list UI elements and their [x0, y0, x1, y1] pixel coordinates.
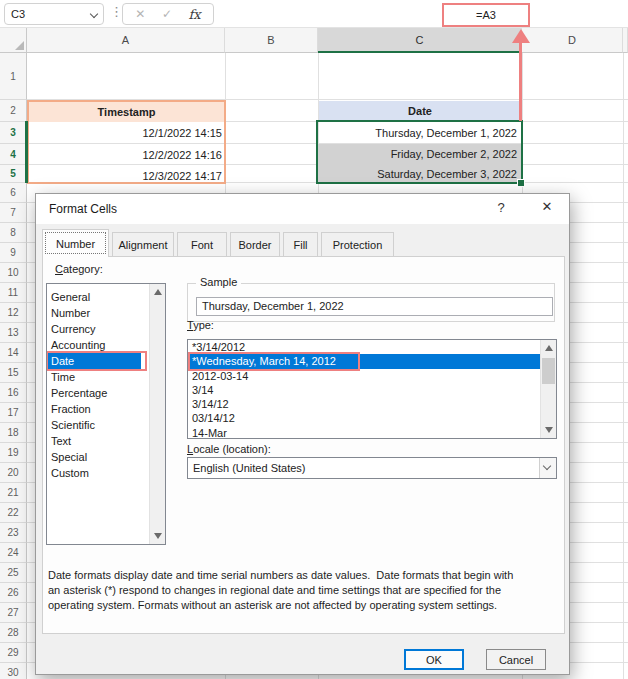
- format-cells-dialog: Format Cells ? ✕ NumberAlignmentFontBord…: [35, 193, 570, 675]
- tab-border[interactable]: Border: [230, 232, 280, 257]
- type-item[interactable]: 14-Mar: [188, 426, 556, 439]
- row-header-17[interactable]: 17: [0, 403, 27, 423]
- row-header-1[interactable]: 1: [0, 53, 27, 100]
- row-header-11[interactable]: 11: [0, 283, 27, 303]
- type-item[interactable]: 3/14: [188, 383, 556, 397]
- row-header-27[interactable]: 27: [0, 603, 27, 623]
- scroll-down-icon[interactable]: [154, 533, 162, 539]
- row-header-13[interactable]: 13: [0, 323, 27, 343]
- formula-input[interactable]: [218, 0, 628, 27]
- row-header-9[interactable]: 9: [0, 243, 27, 263]
- row-header-4[interactable]: 4: [0, 144, 27, 165]
- annotation-arrow-head-icon: [512, 29, 530, 43]
- dialog-titlebar[interactable]: Format Cells ? ✕: [36, 194, 569, 224]
- category-item-custom[interactable]: Custom: [47, 465, 165, 481]
- row-header-28[interactable]: 28: [0, 623, 27, 643]
- row-header-16[interactable]: 16: [0, 383, 27, 403]
- scroll-up-icon[interactable]: [154, 289, 162, 295]
- chevron-down-icon[interactable]: [90, 10, 98, 18]
- select-all-triangle-icon: [15, 41, 24, 50]
- column-header-d[interactable]: D: [522, 28, 623, 53]
- fill-handle[interactable]: [517, 179, 525, 187]
- row-header-18[interactable]: 18: [0, 423, 27, 443]
- category-item-special[interactable]: Special: [47, 449, 165, 465]
- formula-buttons: ✕ ✓ fx: [122, 3, 214, 25]
- tab-protection[interactable]: Protection: [321, 232, 394, 257]
- row-header-10[interactable]: 10: [0, 263, 27, 283]
- category-item-fraction[interactable]: Fraction: [47, 401, 165, 417]
- row-header-12[interactable]: 12: [0, 303, 27, 323]
- category-scrollbar[interactable]: [149, 284, 165, 544]
- tab-fill[interactable]: Fill: [283, 232, 318, 257]
- row-header-24[interactable]: 24: [0, 543, 27, 563]
- row-header-20[interactable]: 20: [0, 463, 27, 483]
- row-header-5[interactable]: 5: [0, 165, 27, 183]
- category-item-scientific[interactable]: Scientific: [47, 417, 165, 433]
- sample-label: Sample: [196, 276, 241, 288]
- type-item[interactable]: 3/14/12: [188, 397, 556, 411]
- row-header-22[interactable]: 22: [0, 503, 27, 523]
- type-scrollbar[interactable]: [540, 340, 556, 438]
- row-selection-indicator: [25, 121, 28, 183]
- row-header-26[interactable]: 26: [0, 583, 27, 603]
- column-header-b[interactable]: B: [225, 28, 318, 53]
- category-item-time[interactable]: Time: [47, 369, 165, 385]
- scroll-down-icon[interactable]: [545, 427, 553, 433]
- cell-c2[interactable]: Date: [319, 101, 521, 121]
- tab-number[interactable]: Number: [42, 229, 109, 257]
- row-header-3[interactable]: 3: [0, 122, 27, 144]
- type-list[interactable]: *3/14/2012*Wednesday, March 14, 20122012…: [187, 339, 557, 439]
- scrollbar-thumb[interactable]: [542, 358, 555, 384]
- select-all-corner[interactable]: [0, 28, 27, 53]
- row-header-14[interactable]: 14: [0, 343, 27, 363]
- row-header-15[interactable]: 15: [0, 363, 27, 383]
- ok-button[interactable]: OK: [404, 649, 464, 670]
- row-header-30[interactable]: 30: [0, 663, 27, 679]
- row-header-2[interactable]: 2: [0, 100, 27, 122]
- description-line: operating system. Formats without an ast…: [48, 598, 556, 613]
- locale-value: English (United States): [193, 462, 306, 474]
- row-header-7[interactable]: 7: [0, 203, 27, 223]
- column-header-partial[interactable]: [623, 28, 628, 53]
- cancel-button[interactable]: Cancel: [486, 649, 546, 670]
- category-item-general[interactable]: General: [47, 289, 165, 305]
- tab-font[interactable]: Font: [177, 232, 227, 257]
- row-header-29[interactable]: 29: [0, 643, 27, 663]
- fx-icon[interactable]: fx: [189, 7, 201, 22]
- description-line: Date formats display date and time seria…: [48, 568, 556, 583]
- sample-value: Thursday, December 1, 2022: [196, 297, 553, 316]
- name-box[interactable]: C3: [4, 3, 104, 25]
- scroll-up-icon[interactable]: [545, 345, 553, 351]
- sample-group: Sample Thursday, December 1, 2022: [187, 283, 555, 322]
- row-header-23[interactable]: 23: [0, 523, 27, 543]
- locale-dropdown-button[interactable]: [539, 458, 556, 478]
- name-box-value: C3: [11, 8, 25, 20]
- locale-label: Locale (location):: [187, 443, 271, 455]
- close-icon[interactable]: ✕: [534, 199, 560, 219]
- format-description: Date formats display date and time seria…: [48, 568, 556, 613]
- column-header-a[interactable]: A: [27, 28, 225, 53]
- formula-bar: C3 ⋮ ✕ ✓ fx =A3: [0, 0, 628, 28]
- row-header-19[interactable]: 19: [0, 443, 27, 463]
- row-header-6[interactable]: 6: [0, 183, 27, 203]
- category-item-text[interactable]: Text: [47, 433, 165, 449]
- enter-icon[interactable]: ✓: [162, 7, 172, 21]
- selection-border: [316, 120, 523, 184]
- category-item-percentage[interactable]: Percentage: [47, 385, 165, 401]
- row-header-8[interactable]: 8: [0, 223, 27, 243]
- formula-annotation-box: =A3: [442, 3, 530, 27]
- timestamp-range-highlight: [27, 100, 226, 184]
- row-header-25[interactable]: 25: [0, 563, 27, 583]
- chevron-down-icon: [543, 462, 551, 470]
- column-header-c[interactable]: C: [318, 28, 522, 53]
- cancel-icon[interactable]: ✕: [135, 7, 145, 21]
- row-header-21[interactable]: 21: [0, 483, 27, 503]
- tab-alignment[interactable]: Alignment: [112, 232, 174, 257]
- type-item[interactable]: 03/14/12: [188, 411, 556, 425]
- category-list[interactable]: GeneralNumberCurrencyAccountingDateTimeP…: [46, 283, 166, 545]
- category-item-currency[interactable]: Currency: [47, 321, 165, 337]
- category-item-number[interactable]: Number: [47, 305, 165, 321]
- locale-select[interactable]: English (United States): [187, 457, 557, 479]
- help-button[interactable]: ?: [491, 200, 511, 218]
- excel-window: C3 ⋮ ✕ ✓ fx =A3 ABCD 1234567891011121314…: [0, 0, 628, 679]
